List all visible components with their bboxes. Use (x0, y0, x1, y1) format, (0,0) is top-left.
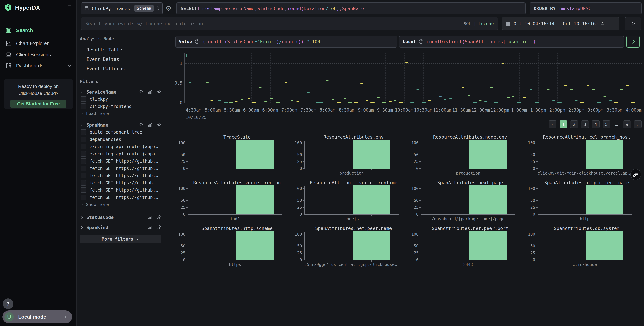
attribute-bar[interactable] (469, 140, 507, 169)
attribute-bar[interactable] (236, 186, 274, 214)
page-button-3[interactable]: 3 (581, 120, 589, 128)
checkbox[interactable] (81, 173, 86, 178)
delta-data-point[interactable] (285, 82, 287, 83)
delta-data-point[interactable] (597, 102, 601, 103)
filter-checkbox-row[interactable]: build component tree (80, 128, 162, 136)
attribute-bar[interactable] (353, 186, 390, 214)
attribute-chart[interactable]: SpanAttributes.net.peer.name10050250z5nr… (292, 225, 408, 271)
checkbox[interactable] (81, 136, 86, 142)
load-more-link[interactable]: Load more (80, 110, 162, 117)
attribute-chart[interactable]: SpanAttributes.http.client.name10050250h… (525, 179, 642, 225)
page-button-9[interactable]: 9 (623, 120, 631, 128)
date-range-picker[interactable]: Oct 10 04:16:14 - Oct 10 16:16:14 (502, 17, 620, 30)
delta-data-point[interactable] (406, 62, 408, 63)
bar-chart-icon[interactable] (148, 225, 153, 230)
filter-group-name[interactable]: SpanName (86, 122, 108, 128)
delta-data-point[interactable] (570, 89, 573, 90)
delta-data-point[interactable] (189, 82, 192, 83)
filter-checkbox-row[interactable]: dependencies (80, 136, 162, 143)
delta-plot-area[interactable] (184, 53, 643, 103)
filter-checkbox-row[interactable]: executing api route (app)… (80, 150, 162, 157)
delta-data-point[interactable] (198, 98, 200, 98)
count-expression-input[interactable]: Count countDistinct(SpanAttributes['user… (399, 36, 624, 48)
delta-data-point[interactable] (366, 100, 368, 101)
sql-select-input[interactable]: SELECT Timestamp, ServiceName, StatusCod… (176, 2, 526, 15)
attribute-chart[interactable]: ResourceAttribu...vercel.runtime10050250… (292, 179, 408, 225)
delta-data-point[interactable] (552, 100, 555, 101)
pin-icon[interactable] (156, 215, 162, 220)
filter-checkbox-row[interactable]: executing api route (app)… (80, 143, 162, 150)
delta-data-point[interactable] (535, 102, 539, 103)
checkbox[interactable] (81, 158, 86, 164)
pin-icon[interactable] (156, 89, 162, 94)
attribute-bar[interactable] (353, 140, 390, 169)
filter-group-name[interactable]: ServiceName (86, 89, 116, 95)
delta-data-point[interactable] (348, 102, 352, 103)
next-page-button[interactable]: › (634, 120, 642, 128)
event-deltas-chart[interactable]: 10.504:30am5:00am5:30am6:00am6:30am7:00a… (172, 53, 644, 122)
delta-data-point[interactable] (312, 94, 315, 94)
delta-data-point[interactable] (422, 102, 426, 103)
delta-data-point[interactable] (241, 99, 244, 100)
lucene-mode-toggle[interactable]: Lucene (478, 21, 494, 26)
delta-data-point[interactable] (296, 101, 299, 102)
bar-chart-icon[interactable] (148, 89, 153, 94)
delta-data-point[interactable] (473, 102, 477, 103)
attribute-chart[interactable]: ResourceAttributes.node.env10050250produ… (408, 133, 525, 179)
delta-data-point[interactable] (592, 89, 595, 89)
delta-data-point[interactable] (248, 98, 250, 99)
attribute-chart[interactable]: ResourceAttributes.env10050250production (292, 133, 408, 179)
checkbox[interactable] (81, 144, 86, 149)
checkbox[interactable] (81, 180, 86, 186)
checkbox[interactable] (81, 187, 86, 193)
delta-data-point[interactable] (399, 102, 403, 103)
delta-data-point[interactable] (259, 87, 262, 88)
search-icon[interactable] (139, 89, 144, 94)
delta-data-point[interactable] (303, 91, 306, 91)
analysis-mode-option[interactable]: Event Patterns (82, 64, 162, 73)
bar-chart-icon[interactable] (148, 215, 153, 220)
delta-data-point[interactable] (434, 63, 437, 63)
delta-data-point[interactable] (389, 101, 392, 102)
page-button-2[interactable]: 2 (570, 120, 578, 128)
filter-checkbox-row[interactable]: fetch GET https://github.… (80, 157, 162, 165)
delta-data-point[interactable] (377, 97, 380, 98)
delta-data-point[interactable] (394, 100, 396, 101)
attribute-bar[interactable] (586, 140, 623, 169)
attribute-bar[interactable] (353, 231, 390, 260)
app-logo[interactable]: HyperDX (4, 4, 40, 12)
delta-data-point[interactable] (626, 85, 629, 86)
attribute-bar[interactable] (236, 140, 274, 169)
checkbox[interactable] (81, 129, 86, 135)
delta-data-point[interactable] (631, 102, 635, 103)
value-expression-input[interactable]: Value (countIf(StatusCode='Error')/count… (176, 36, 397, 48)
filter-checkbox-row[interactable]: fetch GET https://github.… (80, 179, 162, 187)
delta-data-point[interactable] (494, 102, 498, 103)
attribute-bar[interactable] (469, 186, 507, 214)
delta-data-point[interactable] (462, 87, 464, 88)
sidebar-item-dashboards[interactable]: Dashboards (0, 60, 76, 71)
checkbox[interactable] (81, 103, 86, 109)
delta-data-point[interactable] (517, 102, 521, 103)
attribute-bar[interactable] (586, 186, 623, 214)
delta-data-point[interactable] (564, 85, 567, 86)
delta-data-point[interactable] (360, 83, 363, 84)
attribute-chart[interactable]: ResourceAttribu..cel.branch_host10050250… (525, 133, 642, 179)
delta-data-point[interactable] (290, 100, 293, 101)
delta-data-point[interactable] (450, 98, 452, 99)
delta-data-point[interactable] (614, 102, 618, 103)
checkbox[interactable] (81, 151, 86, 156)
delta-data-point[interactable] (410, 102, 414, 103)
sidebar-item-chart-explorer[interactable]: Chart Explorer (0, 38, 76, 49)
delta-data-point[interactable] (575, 100, 578, 101)
delta-data-point[interactable] (264, 101, 267, 102)
filter-checkbox-row[interactable]: clickpy-frontend (80, 103, 162, 110)
delta-data-point[interactable] (337, 102, 341, 103)
delta-data-point[interactable] (502, 63, 504, 64)
run-search-button[interactable] (625, 17, 641, 30)
prev-page-button[interactable]: ‹ (549, 120, 556, 128)
delta-data-point[interactable] (276, 102, 280, 103)
attribute-chart[interactable]: SpanAttributes.db.system10050250clickhou… (525, 225, 642, 271)
gear-icon[interactable]: ⚙ (164, 5, 172, 13)
analysis-mode-option[interactable]: Event Deltas (82, 54, 162, 64)
